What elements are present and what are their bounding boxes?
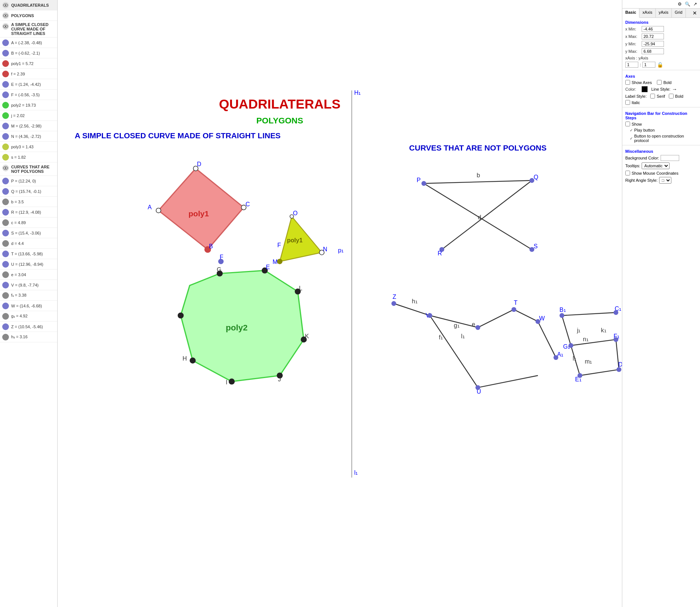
- ymin-label: y Min:: [625, 42, 640, 46]
- tab-grid[interactable]: Grid: [672, 9, 686, 17]
- main-svg[interactable]: QUADRILATERALS POLYGONS A SIMPLE CLOSED …: [58, 0, 622, 607]
- sidebar-item-poly2[interactable]: poly2 = 19.73: [0, 100, 57, 110]
- sidebar-item-R[interactable]: R = (12.9, -4.08): [0, 207, 57, 217]
- point-G1[interactable]: [568, 343, 573, 348]
- sidebar-item-P[interactable]: P = (12.24, 0): [0, 176, 57, 186]
- sidebar-item-poly3[interactable]: poly3 = 1.43: [0, 142, 57, 152]
- ymax-input[interactable]: [642, 48, 664, 54]
- vertex-A[interactable]: [156, 208, 161, 213]
- sidebar-item-s[interactable]: s = 1.82: [0, 152, 57, 162]
- divider-2: [622, 107, 700, 107]
- label-C: C: [245, 201, 250, 207]
- point-W-bot[interactable]: [535, 319, 540, 324]
- vertex-I[interactable]: [229, 378, 235, 384]
- point-F1[interactable]: [613, 337, 618, 342]
- sidebar-item-d[interactable]: d = 4.4: [0, 238, 57, 249]
- vertex-M[interactable]: [277, 259, 282, 264]
- sidebar-item-quadrilaterals[interactable]: QUADRILATERALS: [0, 0, 57, 10]
- bold-checkbox[interactable]: [657, 80, 662, 85]
- point-T-bot[interactable]: [512, 307, 516, 312]
- xmin-input[interactable]: [642, 26, 664, 32]
- panel-icons-row: ⚙ 🔍 ↗: [622, 0, 700, 9]
- sidebar-item-W[interactable]: W = (14.6, -6.68): [0, 301, 57, 311]
- sidebar-item-M[interactable]: M = (2.56, -2.98): [0, 121, 57, 131]
- label-T: T: [514, 299, 517, 306]
- sidebar-item-N[interactable]: N = (4.36, -2.72): [0, 131, 57, 142]
- sidebar-item-A[interactable]: A = (-2.38, -0.48): [0, 38, 57, 48]
- right-angle-select[interactable]: □: [659, 177, 671, 184]
- sidebar-item-F[interactable]: F = (-0.56, -3.5): [0, 90, 57, 100]
- label-j1: j₁: [577, 327, 581, 333]
- sidebar-item-U[interactable]: U = (12.96, -8.94): [0, 259, 57, 269]
- right-panel: ⚙ 🔍 ↗ Basic xAxis yAxis Grid ✕ Dimension…: [622, 0, 700, 607]
- show-checkbox[interactable]: [625, 122, 630, 126]
- sidebar-item-e[interactable]: e = 3.04: [0, 269, 57, 280]
- point-A1-bot[interactable]: [554, 355, 558, 360]
- point-Z[interactable]: [391, 301, 396, 306]
- sidebar-item-curves-header[interactable]: CURVES THAT ARE NOT POLYGONS: [0, 162, 57, 176]
- poly3-label: poly1: [287, 237, 303, 243]
- sidebar-item-f1[interactable]: f₁ = 3.38: [0, 290, 57, 301]
- svg-point-5: [5, 26, 6, 27]
- bg-color-input[interactable]: [661, 155, 679, 161]
- tab-basic[interactable]: Basic: [622, 9, 639, 18]
- sidebar-item-Q[interactable]: Q = (15.74, -0.1): [0, 186, 57, 197]
- xmax-input[interactable]: [642, 33, 664, 39]
- tab-yaxis[interactable]: yAxis: [656, 9, 672, 17]
- cursor-icon[interactable]: ↗: [692, 1, 699, 7]
- settings-icon[interactable]: ⚙: [676, 1, 683, 7]
- yaxis-val-input[interactable]: [642, 62, 655, 68]
- xaxis-val-input[interactable]: [625, 62, 638, 68]
- point-P[interactable]: [422, 181, 426, 186]
- sidebar-item-c[interactable]: c = 4.89: [0, 217, 57, 228]
- sidebar-item-j[interactable]: j = 2.02: [0, 110, 57, 121]
- tab-xaxis[interactable]: xAxis: [639, 9, 655, 17]
- point-U-bot[interactable]: [475, 385, 480, 390]
- sidebar-item-simple-closed[interactable]: A SIMPLE CLOSED CURVE MADE OF STRAIGHT L…: [0, 21, 57, 38]
- tooltips-select[interactable]: Automatic: [642, 162, 670, 169]
- serif-checkbox[interactable]: [650, 94, 655, 99]
- vertex-H[interactable]: [190, 358, 196, 364]
- sidebar-label-P: P = (12.24, 0): [11, 179, 36, 183]
- sidebar-item-h1[interactable]: h₁ = 3.16: [0, 332, 57, 342]
- sidebar-item-V[interactable]: V = (9.8, -7.74): [0, 280, 57, 290]
- poly1-shape[interactable]: [158, 168, 243, 249]
- ymin-input[interactable]: [642, 41, 664, 47]
- point-E1[interactable]: [577, 373, 582, 378]
- point-C1[interactable]: [613, 310, 618, 315]
- sidebar-item-b[interactable]: b = 3.5: [0, 197, 57, 207]
- label-G: G: [217, 266, 222, 273]
- axis-ratio-inputs: : 🔒: [622, 61, 700, 68]
- show-mouse-checkbox[interactable]: [625, 171, 630, 175]
- sidebar-item-T[interactable]: T = (13.66, -5.98): [0, 249, 57, 259]
- sidebar-item-poly1[interactable]: poly1 = 5.72: [0, 58, 57, 69]
- point-V-bot[interactable]: [428, 313, 432, 318]
- lock-icon[interactable]: 🔒: [657, 62, 663, 68]
- sidebar-item-polygons[interactable]: POLYGONS: [0, 10, 57, 21]
- poly1-label: poly1: [188, 209, 209, 218]
- bold2-checkbox[interactable]: [669, 94, 674, 99]
- sidebar-label-V: V = (9.8, -7.74): [11, 283, 39, 287]
- show-axes-checkbox[interactable]: [625, 80, 630, 85]
- point-D1[interactable]: [616, 367, 621, 372]
- sidebar-item-g1[interactable]: g₁ = 4.92: [0, 311, 57, 322]
- line-G1F1: [571, 339, 616, 345]
- label-E: E: [266, 264, 270, 270]
- vertex-I2[interactable]: [178, 313, 184, 319]
- xmax-label: x Max:: [625, 34, 640, 39]
- point-B1[interactable]: [559, 313, 564, 318]
- sidebar-label-T: T = (13.66, -5.98): [11, 252, 43, 256]
- sidebar-item-E[interactable]: E = (1.24, -4.42): [0, 79, 57, 90]
- sidebar-item-S[interactable]: S = (15.4, -3.06): [0, 228, 57, 238]
- sidebar-item-Z[interactable]: Z = (10.54, -5.46): [0, 322, 57, 332]
- point-e-bot[interactable]: [475, 325, 480, 330]
- zoom-icon[interactable]: 🔍: [683, 1, 692, 7]
- italic-checkbox[interactable]: [625, 100, 630, 105]
- sidebar-label-poly2: poly2 = 19.73: [11, 103, 36, 107]
- sidebar-item-B[interactable]: B = (-0.62, -2.1): [0, 48, 57, 58]
- italic-row: Italic: [622, 99, 700, 106]
- sidebar-item-f[interactable]: f = 2.39: [0, 69, 57, 79]
- color-swatch[interactable]: [642, 86, 648, 92]
- show-row: Show: [622, 121, 700, 127]
- close-button[interactable]: ✕: [690, 9, 700, 17]
